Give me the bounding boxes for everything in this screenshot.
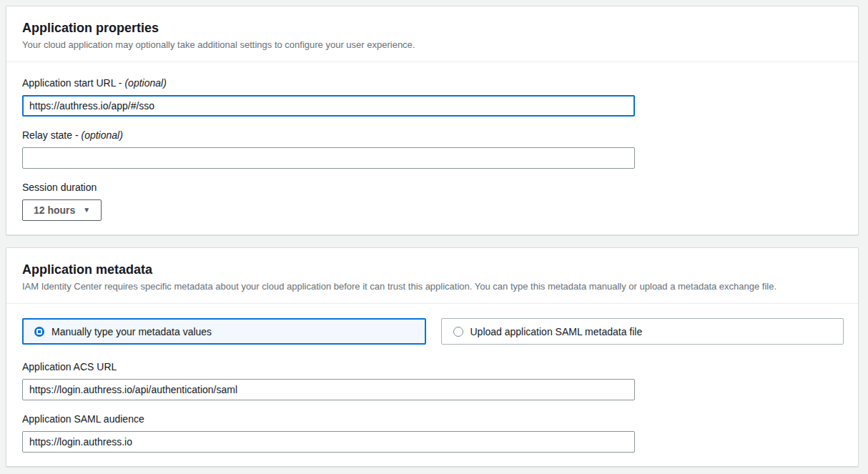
acs-url-input[interactable] — [22, 379, 635, 400]
start-url-label-text: Application start URL - — [22, 77, 122, 89]
session-duration-label: Session duration — [22, 181, 843, 194]
metadata-source-radio-group: Manually type your metadata values Uploa… — [22, 318, 844, 345]
relay-state-optional-text: (optional) — [81, 129, 122, 141]
application-properties-card: Application properties Your cloud applic… — [6, 6, 859, 235]
application-metadata-description: IAM Identity Center requires specific me… — [22, 281, 844, 292]
application-metadata-body: Manually type your metadata values Uploa… — [6, 304, 858, 466]
radio-tile-upload-label: Upload application SAML metadata file — [470, 326, 643, 337]
radio-tile-manual-metadata[interactable]: Manually type your metadata values — [22, 318, 426, 345]
radio-checked-icon — [34, 327, 44, 337]
start-url-label: Application start URL - (optional) — [22, 76, 843, 89]
application-metadata-header: Application metadata IAM Identity Center… — [6, 248, 858, 304]
start-url-field: Application start URL - (optional) — [22, 76, 843, 117]
session-duration-field: Session duration 12 hours ▼ — [22, 181, 843, 221]
saml-audience-input[interactable] — [22, 431, 635, 453]
radio-unchecked-icon — [453, 327, 463, 337]
radio-tile-manual-label: Manually type your metadata values — [51, 326, 212, 337]
session-duration-value: 12 hours — [34, 204, 75, 216]
application-metadata-title: Application metadata — [22, 262, 844, 277]
acs-url-label: Application ACS URL — [22, 360, 843, 373]
page: Application properties Your cloud applic… — [0, 0, 868, 467]
application-properties-body: Application start URL - (optional) Relay… — [6, 62, 858, 234]
application-properties-description: Your cloud application may optionally ta… — [22, 39, 844, 51]
acs-url-field: Application ACS URL — [22, 360, 843, 400]
relay-state-label-text: Relay state - — [22, 129, 79, 141]
chevron-down-icon: ▼ — [83, 207, 90, 214]
application-properties-header: Application properties Your cloud applic… — [6, 6, 858, 62]
relay-state-label: Relay state - (optional) — [22, 129, 843, 142]
session-duration-dropdown[interactable]: 12 hours ▼ — [22, 199, 102, 221]
radio-tile-upload-metadata[interactable]: Upload application SAML metadata file — [441, 318, 844, 345]
saml-audience-label: Application SAML audience — [22, 413, 843, 425]
start-url-optional-text: (optional) — [124, 77, 166, 89]
application-metadata-card: Application metadata IAM Identity Center… — [6, 247, 859, 467]
relay-state-field: Relay state - (optional) — [22, 129, 843, 169]
application-properties-title: Application properties — [22, 20, 844, 36]
relay-state-input[interactable] — [22, 147, 635, 169]
saml-audience-field: Application SAML audience — [22, 413, 843, 453]
start-url-input[interactable] — [22, 95, 635, 117]
